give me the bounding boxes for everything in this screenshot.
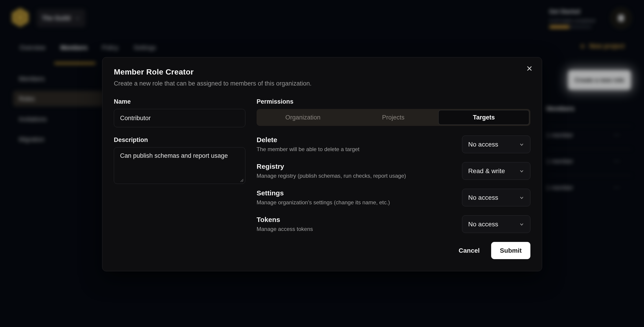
permission-description: The member will be able to delete a targ… [256,146,360,152]
select-value: Read & write [468,167,505,175]
dialog-subtitle: Create a new role that can be assigned t… [114,80,530,87]
permission-row-delete: Delete The member will be able to delete… [256,136,530,153]
permission-description: Manage registry (publish schemas, run ch… [256,173,406,179]
permission-title: Registry [256,163,406,170]
permission-description: Manage organization's settings (change i… [256,199,390,206]
permission-title: Delete [256,136,360,144]
form-left-column: Name Description Can publish schemas and… [114,98,245,259]
tokens-access-select[interactable]: No access [462,215,530,233]
chevron-down-icon [519,221,525,227]
member-role-creator-dialog: ✕ Member Role Creator Create a new role … [102,57,542,271]
app-window: The Guild Overview Members Policy Settin… [0,0,644,327]
submit-button[interactable]: Submit [491,242,530,259]
role-form: Name Description Can publish schemas and… [114,98,530,259]
name-input[interactable] [114,109,245,127]
settings-access-select[interactable]: No access [462,189,530,206]
tab-organization[interactable]: Organization [258,110,348,125]
dialog-footer: Cancel Submit [256,242,530,259]
description-textarea[interactable]: Can publish schemas and report usage [114,147,245,184]
select-value: No access [468,141,498,148]
name-label: Name [114,98,245,105]
registry-access-select[interactable]: Read & write [462,162,530,180]
permissions-tabstrip: Organization Projects Targets [256,109,530,126]
permission-row-registry: Registry Manage registry (publish schema… [256,162,530,180]
select-value: No access [468,221,498,228]
permission-row-settings: Settings Manage organization's settings … [256,189,530,206]
permission-title: Tokens [256,216,313,224]
permission-description: Manage access tokens [256,226,313,232]
tab-targets[interactable]: Targets [438,110,529,125]
chevron-down-icon [519,141,525,147]
description-label: Description [114,136,245,144]
resize-handle-icon[interactable] [240,178,244,182]
close-icon[interactable]: ✕ [526,65,533,72]
permission-rows: Delete The member will be able to delete… [256,136,530,233]
chevron-down-icon [519,195,525,201]
select-value: No access [468,194,498,201]
permissions-label: Permissions [256,98,530,105]
form-right-column: Permissions Organization Projects Target… [256,98,530,259]
delete-access-select[interactable]: No access [462,136,530,153]
tab-projects[interactable]: Projects [348,110,438,125]
dialog-title: Member Role Creator [114,67,530,76]
permission-title: Settings [256,189,390,197]
chevron-down-icon [519,168,525,174]
cancel-button[interactable]: Cancel [458,247,480,254]
permission-row-tokens: Tokens Manage access tokens No access [256,215,530,233]
